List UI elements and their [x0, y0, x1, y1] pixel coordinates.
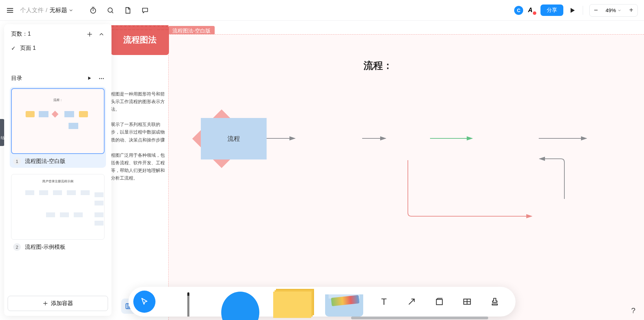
container-name: 流程图-示例模板: [25, 244, 65, 251]
cursor-tool[interactable]: [133, 291, 155, 313]
cursor-icon: [140, 297, 149, 306]
container-card-2[interactable]: 用户登录注册流程示例 2 流程图-示例模板: [10, 173, 106, 254]
container-name: 流程图法-空白版: [25, 158, 65, 165]
zoom-in-button[interactable]: +: [625, 4, 637, 16]
toc-header: 目录: [8, 73, 108, 85]
warning-dot: [533, 11, 536, 15]
menu-icon[interactable]: [6, 7, 14, 14]
page-icon[interactable]: [124, 7, 132, 14]
zoom-value[interactable]: 49%: [602, 7, 625, 13]
breadcrumb: 个人文件 / 无标题: [20, 6, 73, 14]
frame-icon: [435, 297, 444, 306]
doc-title: 无标题: [50, 6, 67, 14]
search-icon[interactable]: [107, 7, 114, 14]
toolbar-icons: [89, 7, 149, 14]
pen-icon: [187, 292, 189, 317]
svg-point-6: [99, 78, 100, 79]
shape-tool[interactable]: [221, 289, 259, 317]
topbar: 个人文件 / 无标题 C A 分享 − 49% +: [0, 0, 644, 21]
container-label-2: 2 流程图-示例模板: [11, 240, 105, 252]
tool-dock: T: [128, 287, 516, 317]
table-tool[interactable]: [460, 295, 474, 309]
page-item-1[interactable]: ✓ 页面 1: [8, 43, 108, 54]
horizontal-scrollbar[interactable]: [351, 317, 488, 319]
svg-rect-10: [436, 300, 442, 305]
play-icon[interactable]: [87, 75, 92, 81]
container-index: 2: [13, 243, 21, 251]
toc-label: 目录: [11, 75, 22, 82]
page-name: 页面 1: [20, 45, 36, 52]
folder-icon: [325, 294, 363, 317]
frame-tool[interactable]: [432, 295, 446, 309]
arrow-icon: [407, 297, 416, 306]
table-icon: [463, 297, 472, 306]
add-page-icon[interactable]: [87, 31, 93, 37]
check-icon: ✓: [11, 45, 17, 52]
font-warning-icon[interactable]: A: [528, 7, 536, 14]
timer-icon[interactable]: [89, 7, 97, 14]
svg-point-8: [103, 78, 104, 79]
topbar-right: C A 分享 − 49% +: [514, 4, 638, 17]
breadcrumb-folder[interactable]: 个人文件: [20, 6, 44, 14]
zoom-controls: − 49% +: [589, 4, 638, 17]
chevron-down-icon[interactable]: [69, 8, 73, 13]
flow-title[interactable]: 流程：: [364, 59, 393, 72]
comment-icon[interactable]: [141, 7, 149, 14]
container-index: 1: [13, 157, 21, 165]
avatar[interactable]: C: [514, 6, 523, 15]
chevron-down-icon: [617, 8, 621, 12]
pages-panel: 页数：1 ✓ 页面 1 目录 流程：: [4, 24, 111, 316]
container-thumb-1: 流程：: [11, 88, 105, 154]
present-icon[interactable]: [568, 6, 576, 15]
help-button[interactable]: ?: [628, 305, 638, 316]
breadcrumb-sep: /: [46, 7, 47, 14]
templates-tool[interactable]: [325, 289, 363, 317]
circle-icon: [221, 292, 259, 320]
svg-point-7: [101, 78, 102, 79]
divider: [583, 6, 583, 15]
pages-label: 页数：1: [11, 30, 31, 38]
pages-header: 页数：1: [8, 29, 108, 43]
zoom-out-button[interactable]: −: [590, 4, 602, 16]
container-list: 流程： 1 流程图法-空白版 用户登录注册流程示例: [8, 85, 108, 296]
frame-border: [168, 34, 644, 320]
breadcrumb-title[interactable]: 无标题: [50, 6, 73, 14]
plus-icon: [43, 301, 48, 306]
share-button[interactable]: 分享: [540, 4, 563, 16]
sticky-tool[interactable]: [273, 289, 311, 317]
topbar-left: 个人文件 / 无标题: [6, 6, 149, 14]
container-card-1[interactable]: 流程： 1 流程图法-空白版: [10, 87, 106, 168]
container-label-1: 1 流程图法-空白版: [11, 154, 105, 166]
connector-tool[interactable]: [405, 295, 419, 309]
stamp-icon: [490, 297, 499, 306]
stamp-tool[interactable]: [488, 295, 502, 309]
intro-text: 程图是一种用图形符号和箭头示工作流程的图形表示方法。 展示了一系列相互关联的步，…: [111, 90, 169, 182]
node-process-no[interactable]: 流程: [201, 118, 267, 159]
add-container-button[interactable]: 添加容器: [8, 296, 108, 311]
more-icon[interactable]: [98, 75, 105, 82]
collapse-icon[interactable]: [98, 31, 105, 37]
container-thumb-2: 用户登录注册流程示例: [11, 174, 105, 240]
text-tool[interactable]: T: [377, 295, 391, 309]
pen-tool[interactable]: [169, 289, 207, 317]
sticky-icon: [273, 292, 311, 318]
